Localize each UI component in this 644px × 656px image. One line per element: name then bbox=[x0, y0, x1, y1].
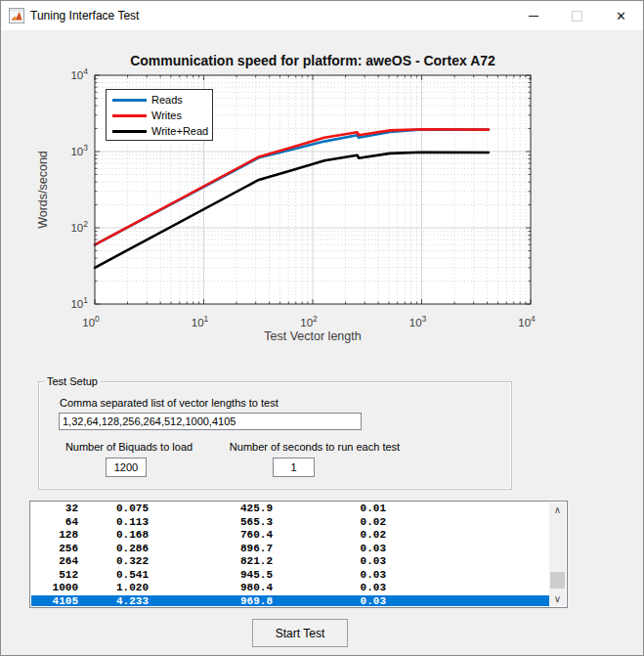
result-cell: 512 bbox=[31, 569, 78, 583]
result-cell: 760.4 bbox=[149, 529, 273, 543]
result-row[interactable]: 2560.286896.70.03 bbox=[31, 543, 549, 556]
result-cell: 0.03 bbox=[273, 582, 386, 595]
result-cell: 4.233 bbox=[78, 595, 149, 607]
chart-legend[interactable]: Reads Writes Write+Read bbox=[106, 89, 213, 141]
result-cell: 0.322 bbox=[78, 555, 149, 569]
reads-line-swatch bbox=[112, 99, 147, 102]
legend-item-reads: Reads bbox=[107, 92, 212, 108]
y-tick-label: 102 bbox=[70, 219, 88, 234]
result-cell: 4105 bbox=[31, 595, 78, 607]
result-cell: 0.02 bbox=[273, 516, 386, 530]
result-cell: 565.3 bbox=[149, 516, 273, 530]
x-axis-label: Test Vector length bbox=[264, 329, 361, 343]
x-tick-label: 102 bbox=[300, 314, 318, 328]
app-window: Tuning Interface Test ✕ 1001011021031041… bbox=[0, 0, 644, 656]
writes-line-swatch bbox=[112, 114, 147, 117]
start-test-button[interactable]: Start Test bbox=[252, 619, 348, 647]
vector-lengths-label: Comma separated list of vector lengths t… bbox=[60, 397, 279, 409]
seconds-label: Number of seconds to run each test bbox=[230, 441, 400, 453]
result-row[interactable]: 1280.168760.40.02 bbox=[31, 529, 549, 543]
result-row[interactable]: 10001.020980.40.03 bbox=[31, 582, 549, 595]
scroll-down-icon[interactable]: ∨ bbox=[549, 591, 566, 606]
result-cell: 0.03 bbox=[273, 569, 386, 583]
result-cell: 0.113 bbox=[78, 516, 149, 530]
x-tick-label: 103 bbox=[409, 314, 427, 328]
chart-title: Communication speed for platform: aweOS … bbox=[130, 53, 495, 68]
result-row[interactable]: 2640.322821.20.03 bbox=[31, 555, 549, 569]
y-axis-label: Words/second bbox=[36, 151, 50, 229]
vector-lengths-input[interactable] bbox=[59, 413, 362, 430]
result-cell: 0.01 bbox=[273, 503, 386, 516]
result-cell: 0.168 bbox=[78, 529, 149, 543]
x-tick-label: 100 bbox=[82, 314, 100, 328]
result-cell: 980.4 bbox=[149, 582, 273, 595]
result-cell: 32 bbox=[31, 503, 78, 516]
result-cell: 0.03 bbox=[273, 595, 386, 607]
result-cell: 0.075 bbox=[78, 503, 149, 516]
results-rows: 320.075425.90.01640.113565.30.021280.168… bbox=[31, 503, 549, 606]
scrollbar-thumb[interactable] bbox=[550, 572, 565, 589]
legend-item-writes: Writes bbox=[107, 108, 212, 123]
y-tick-label: 104 bbox=[70, 66, 88, 81]
result-cell: 0.286 bbox=[78, 543, 149, 556]
x-tick-label: 101 bbox=[192, 314, 209, 328]
write-read-line-swatch bbox=[112, 130, 147, 133]
result-row[interactable]: 41054.233969.80.03 bbox=[31, 595, 549, 607]
test-setup-group-title: Test Setup bbox=[44, 375, 101, 387]
result-cell: 969.8 bbox=[149, 595, 273, 607]
legend-item-write-read: Write+Read bbox=[107, 123, 212, 139]
scroll-up-icon[interactable]: ∧ bbox=[549, 503, 566, 517]
listbox-scrollbar[interactable]: ∧ ∨ bbox=[549, 503, 566, 606]
result-cell: 128 bbox=[31, 529, 78, 543]
result-cell: 425.9 bbox=[149, 503, 273, 516]
result-cell: 821.2 bbox=[149, 555, 273, 569]
biquads-label: Number of Biquads to load bbox=[65, 441, 193, 453]
result-cell: 0.541 bbox=[78, 569, 149, 583]
result-row[interactable]: 640.113565.30.02 bbox=[31, 516, 549, 530]
result-cell: 945.5 bbox=[149, 569, 273, 583]
y-tick-label: 103 bbox=[70, 143, 88, 157]
result-cell: 0.03 bbox=[273, 555, 386, 569]
x-tick-label: 104 bbox=[518, 314, 536, 328]
result-cell: 64 bbox=[31, 516, 78, 530]
result-cell: 0.03 bbox=[273, 543, 386, 556]
biquads-input[interactable] bbox=[106, 458, 147, 477]
result-cell: 256 bbox=[31, 543, 78, 556]
y-tick-label: 101 bbox=[70, 295, 88, 310]
result-row[interactable]: 5120.541945.50.03 bbox=[31, 569, 549, 583]
seconds-input[interactable] bbox=[273, 458, 315, 477]
result-row[interactable]: 320.075425.90.01 bbox=[31, 503, 549, 516]
communication-speed-chart: 100101102103104101102103104Communication… bbox=[1, 1, 644, 374]
result-cell: 1000 bbox=[31, 582, 78, 595]
results-listbox[interactable]: 320.075425.90.01640.113565.30.021280.168… bbox=[29, 501, 568, 608]
result-cell: 264 bbox=[31, 555, 78, 569]
result-cell: 896.7 bbox=[149, 543, 273, 556]
result-cell: 0.02 bbox=[273, 529, 386, 543]
result-cell: 1.020 bbox=[78, 582, 149, 595]
